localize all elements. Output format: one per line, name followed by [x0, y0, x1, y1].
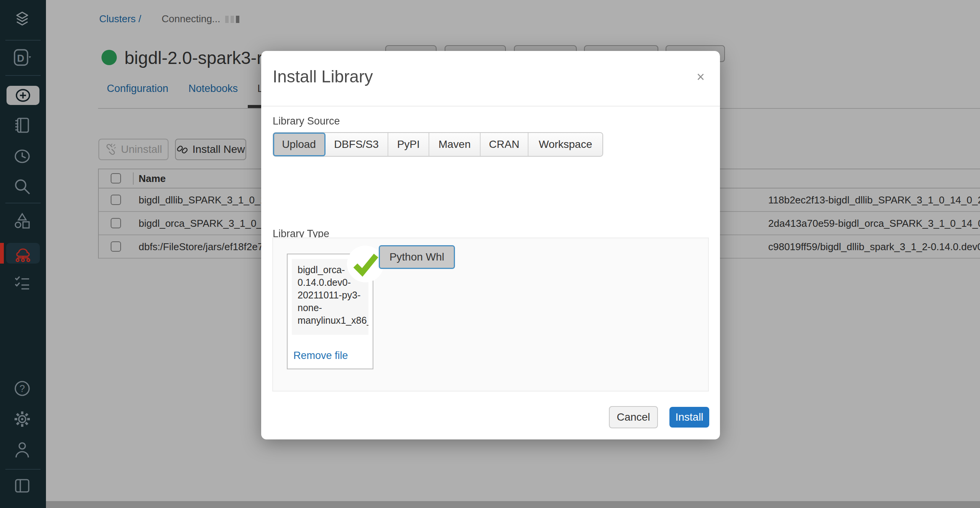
source-option-maven[interactable]: Maven: [429, 133, 481, 156]
type-option-python-whl[interactable]: Python Whl: [379, 246, 455, 269]
library-source-label: Library Source: [273, 115, 340, 127]
source-option-pypi[interactable]: PyPI: [388, 133, 429, 156]
source-option-workspace[interactable]: Workspace: [528, 133, 602, 156]
library-source-group: Upload DBFS/S3 PyPI Maven CRAN Workspace: [273, 132, 603, 157]
check-icon: [347, 246, 384, 282]
source-option-dbfs-s3[interactable]: DBFS/S3: [325, 133, 388, 156]
install-button[interactable]: Install: [669, 407, 709, 428]
modal-title: Install Library: [273, 67, 373, 86]
source-option-cran[interactable]: CRAN: [481, 133, 528, 156]
source-option-upload[interactable]: Upload: [273, 133, 325, 156]
uploaded-file-tile: bigdl_orca- 0.14.0.dev0- 20211011-py3- n…: [287, 254, 373, 369]
file-drop-zone[interactable]: bigdl_orca- 0.14.0.dev0- 20211011-py3- n…: [272, 238, 709, 392]
modal-header: Install Library ×: [261, 51, 720, 107]
cancel-button[interactable]: Cancel: [609, 406, 658, 428]
remove-file-link[interactable]: Remove file: [293, 350, 348, 362]
upload-success-badge: [347, 246, 384, 282]
close-icon[interactable]: ×: [697, 70, 705, 84]
install-library-modal: Install Library × Library Source Upload …: [261, 51, 720, 439]
